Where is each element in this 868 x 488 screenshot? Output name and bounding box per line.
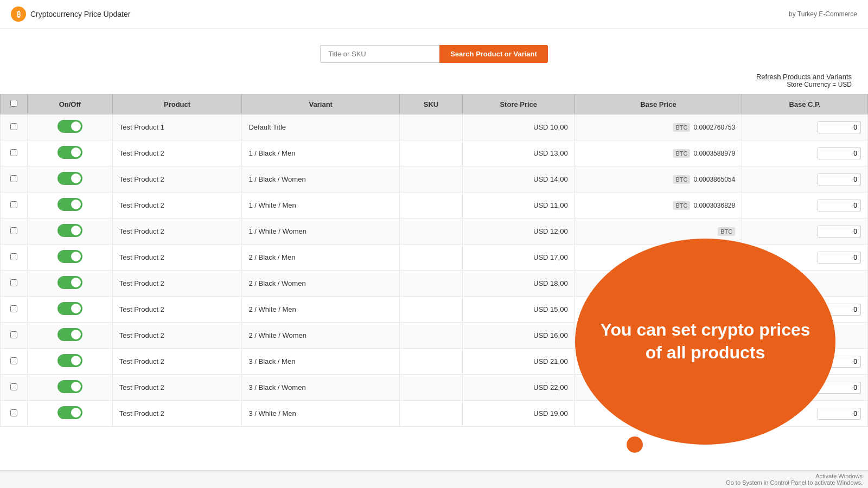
base-currency-tag: BTC [673, 175, 690, 184]
refresh-link[interactable]: Refresh Products and Variants [756, 73, 852, 81]
variant-name: 2 / Black / Men [242, 245, 400, 271]
sku-value [400, 271, 463, 297]
product-name: Test Product 2 [112, 140, 242, 166]
currency-label: Store Currency = USD [787, 81, 852, 88]
col-checkbox [1, 94, 28, 114]
product-name: Test Product 2 [112, 245, 242, 271]
base-price-cell: BTC0.0003865054 [575, 166, 742, 192]
row-checkbox[interactable] [10, 227, 17, 234]
on-off-toggle[interactable] [58, 146, 82, 159]
product-name: Test Product 2 [112, 297, 242, 323]
base-currency-tag: BTC [718, 279, 735, 288]
sku-value [400, 401, 463, 427]
base-cp-cell[interactable] [742, 271, 868, 297]
base-cp-cell[interactable] [742, 192, 868, 219]
table-row: Test Product 21 / White / WomenUSD 12,00… [1, 219, 868, 245]
row-checkbox[interactable] [10, 201, 17, 208]
col-base-cp: Base C.P. [742, 94, 868, 114]
on-off-toggle[interactable] [58, 328, 82, 341]
row-checkbox[interactable] [10, 383, 17, 390]
base-price-value: 0.0000454136 [693, 384, 735, 391]
base-cp-cell[interactable] [742, 219, 868, 245]
on-off-toggle[interactable] [58, 276, 82, 289]
base-cp-cell[interactable] [742, 323, 868, 349]
on-off-toggle[interactable] [58, 198, 82, 211]
store-price: USD 14,00 [462, 166, 575, 192]
on-off-toggle[interactable] [58, 224, 82, 237]
base-cp-cell[interactable] [742, 375, 868, 401]
product-name: Test Product 2 [112, 166, 242, 192]
base-cp-input[interactable] [818, 356, 861, 368]
base-cp-input[interactable] [818, 174, 861, 185]
base-cp-input[interactable] [818, 147, 861, 159]
base-currency-tag: BTC [718, 253, 735, 262]
row-checkbox[interactable] [10, 331, 17, 338]
base-cp-input[interactable] [818, 226, 861, 237]
base-price-cell: BTC0.0003036828 [575, 192, 742, 219]
brand-label: by Turkey E-Commerce [789, 10, 857, 18]
row-checkbox[interactable] [10, 357, 17, 364]
store-price: USD 16,00 [462, 323, 575, 349]
search-input[interactable] [320, 45, 439, 63]
base-cp-cell[interactable] [742, 401, 868, 427]
variant-name: 3 / Black / Women [242, 375, 400, 401]
base-cp-input[interactable] [818, 121, 861, 133]
base-cp-input[interactable] [818, 304, 861, 316]
row-checkbox[interactable] [10, 175, 17, 182]
row-checkbox[interactable] [10, 279, 17, 286]
base-price-cell: BTC [575, 323, 742, 349]
on-off-toggle[interactable] [58, 120, 82, 133]
on-off-toggle[interactable] [58, 406, 82, 419]
base-cp-cell[interactable] [742, 245, 868, 271]
base-cp-cell[interactable] [742, 114, 868, 140]
store-price: USD 21,00 [462, 349, 575, 375]
product-name: Test Product 2 [112, 192, 242, 219]
base-cp-cell[interactable] [742, 349, 868, 375]
base-price-cell: BTC0.0002760753 [575, 114, 742, 140]
base-cp-input[interactable] [818, 200, 861, 211]
product-name: Test Product 2 [112, 219, 242, 245]
on-off-toggle[interactable] [58, 302, 82, 315]
row-checkbox[interactable] [10, 253, 17, 260]
variant-name: Default Title [242, 114, 400, 140]
product-name: Test Product 1 [112, 114, 242, 140]
search-button[interactable]: Search Product or Variant [439, 45, 548, 63]
base-currency-tag: BTC [673, 149, 690, 158]
on-off-toggle[interactable] [58, 172, 82, 185]
row-checkbox[interactable] [10, 305, 17, 312]
col-sku: SKU [400, 94, 463, 114]
base-price-cell: BTC [575, 219, 742, 245]
base-price-cell: BTC [575, 349, 742, 375]
base-cp-cell[interactable] [742, 297, 868, 323]
product-name: Test Product 2 [112, 271, 242, 297]
base-cp-input[interactable] [818, 408, 861, 420]
base-price-cell: BTC [575, 401, 742, 427]
on-off-toggle[interactable] [58, 380, 82, 393]
store-price: USD 18,00 [462, 271, 575, 297]
base-cp-cell[interactable] [742, 140, 868, 166]
variant-name: 1 / White / Women [242, 219, 400, 245]
select-all-checkbox[interactable] [10, 100, 17, 107]
search-area: Search Product or Variant [0, 29, 868, 68]
table-row: Test Product 22 / White / WomenUSD 16,00… [1, 323, 868, 349]
on-off-toggle[interactable] [58, 354, 82, 367]
store-price: USD 19,00 [462, 401, 575, 427]
base-currency-tag: BTC [718, 227, 735, 236]
sku-value [400, 323, 463, 349]
base-cp-input[interactable] [818, 252, 861, 264]
products-table: On/Off Product Variant SKU Store Price B… [0, 94, 868, 427]
variant-name: 3 / Black / Men [242, 349, 400, 375]
header-left: ₿ Cryptocurrency Price Updater [11, 7, 130, 22]
row-checkbox[interactable] [10, 409, 17, 416]
base-cp-input[interactable] [818, 382, 861, 394]
on-off-toggle[interactable] [58, 250, 82, 263]
product-name: Test Product 2 [112, 349, 242, 375]
base-currency-tag: BTC [718, 409, 735, 418]
variant-name: 1 / Black / Women [242, 166, 400, 192]
row-checkbox[interactable] [10, 149, 17, 156]
app-title: Cryptocurrency Price Updater [30, 10, 130, 18]
base-cp-cell[interactable] [742, 166, 868, 192]
sku-value [400, 114, 463, 140]
row-checkbox[interactable] [10, 123, 17, 130]
refresh-area: Refresh Products and Variants Store Curr… [0, 68, 868, 94]
